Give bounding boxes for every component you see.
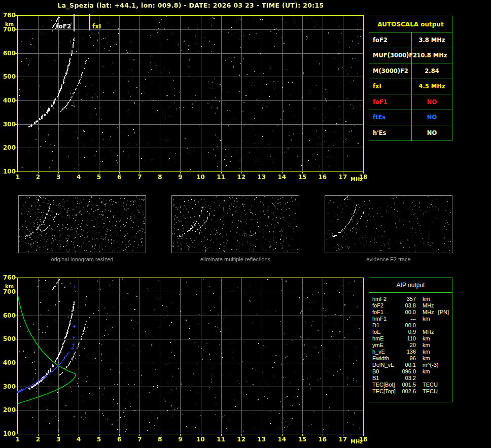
aip-param-label: B0: [369, 368, 401, 375]
aip-param-label: foF2: [369, 302, 401, 309]
aip-param-label: TEC[Top]: [369, 388, 401, 395]
table-row: DelN_vE00.1m^(-3): [369, 362, 452, 368]
parameter-label: ftEs: [369, 110, 412, 125]
x-tick-label: 5: [97, 436, 101, 442]
x-tick-label: 9: [178, 436, 182, 442]
aip-param-label: hmF2: [369, 296, 401, 302]
autoscala-output-table: AUTOSCALA output foF23.8 MHzMUF(3000)F21…: [369, 16, 452, 141]
fof2-marker-label: foF2: [55, 23, 71, 29]
aip-table-header: AIP output: [369, 278, 452, 293]
x-tick-label: 17: [339, 174, 347, 180]
panel-caption: original ionogram resized: [18, 256, 146, 262]
x-tick-label: 4: [77, 174, 81, 180]
x-axis-unit-label: MHz: [350, 439, 363, 444]
y-tick-label: 500: [1, 336, 16, 342]
table-row: ftEsNO: [369, 110, 452, 126]
x-tick-label: 10: [196, 174, 205, 180]
y-tick-label: 100: [1, 431, 16, 437]
aip-param-unit: TECU: [423, 382, 438, 388]
aip-param-value: 002.6: [401, 388, 416, 395]
panel-original-ionogram: [18, 195, 146, 253]
aip-param-label: h_vE: [369, 349, 401, 355]
x-tick-label: 8: [158, 436, 162, 442]
y-tick-label: 300: [1, 384, 16, 390]
aip-param-label: TEC[Bot]: [369, 382, 401, 388]
x-tick-label: 15: [298, 436, 306, 442]
aip-param-note: [PN]: [438, 309, 449, 316]
autoscala-window: La_Spezia (lat: +44.1, lon: 009.8) - DAT…: [0, 0, 491, 448]
aip-param-value: 03.2: [401, 375, 416, 382]
aip-output-table: AIP output hmF2357kmfoF203.8MHzfoF100.0M…: [369, 278, 452, 402]
y-axis-unit-label: km: [5, 284, 14, 289]
x-tick-label: 3: [56, 436, 60, 442]
aip-param-label: ymE: [369, 342, 401, 349]
table-row: B0096.0km: [369, 368, 452, 375]
aip-param-value: 00.0: [401, 309, 416, 316]
x-tick-label: 11: [217, 174, 225, 180]
y-tick-label: 500: [1, 74, 16, 80]
table-row: B103.2: [369, 375, 452, 382]
aip-param-unit: MHz: [423, 302, 434, 309]
autoscala-table-rows: foF23.8 MHzMUF(3000)F210.8 MHzM(3000)F22…: [369, 32, 452, 141]
x-tick-label: 16: [319, 174, 327, 180]
parameter-value: NO: [412, 98, 452, 106]
aip-param-value: 096.0: [401, 368, 416, 375]
aip-param-value: 357: [401, 296, 416, 302]
aip-param-label: B1: [369, 375, 401, 382]
parameter-value: 4.5 MHz: [412, 83, 452, 90]
x-tick-label: 12: [237, 174, 246, 180]
aip-param-unit: km: [423, 335, 430, 342]
y-axis-unit-label: km: [5, 22, 14, 27]
x-tick-label: 7: [137, 174, 142, 180]
y-tick-label: 760: [1, 12, 16, 18]
table-row: foF1NO: [369, 94, 452, 110]
aip-param-unit: km: [423, 296, 430, 302]
aip-param-label: foF1: [369, 309, 401, 316]
x-tick-label: 14: [277, 174, 286, 180]
table-row: Ewidth96km: [369, 355, 452, 362]
aip-param-unit: km: [423, 368, 430, 375]
x-tick-label: 8: [158, 174, 162, 180]
table-row: foF100.0MHz[PN]: [369, 309, 452, 316]
panel-caption: eliminate multiple reflections: [171, 256, 299, 262]
x-tick-label: 4: [77, 436, 81, 442]
x-tick-label: 1: [16, 174, 20, 180]
aip-param-label: DelN_vE: [369, 362, 401, 368]
table-row: h'EsNO: [369, 125, 452, 141]
aip-param-unit: km: [423, 349, 430, 355]
panel-eliminate-reflections: [171, 195, 299, 253]
aip-param-value: 001.5: [401, 382, 416, 388]
aip-param-label: Ewidth: [369, 355, 401, 362]
aip-param-value: 0.9: [401, 329, 416, 335]
aip-param-unit: m^(-3): [423, 362, 438, 368]
parameter-value: 10.8 MHz: [412, 52, 452, 59]
x-tick-label: 2: [36, 174, 40, 180]
y-tick-label: 100: [1, 168, 16, 175]
x-tick-label: 14: [277, 436, 286, 442]
x-tick-label: 1: [16, 436, 20, 442]
x-tick-label: 6: [117, 436, 121, 442]
x-tick-label: 5: [97, 174, 101, 180]
y-tick-label: 700: [1, 26, 16, 32]
aip-param-unit: MHz: [423, 309, 434, 316]
x-tick-label: 12: [237, 436, 246, 442]
y-tick-label: 600: [1, 50, 16, 56]
table-row: foE0.9MHz: [369, 329, 452, 335]
aip-param-value: 00.1: [401, 362, 416, 368]
x-tick-label: 3: [56, 174, 60, 180]
parameter-value: NO: [412, 129, 452, 136]
parameter-label: foF1: [369, 94, 412, 110]
aip-param-label: hmE: [369, 335, 401, 342]
x-tick-label: 17: [339, 436, 347, 442]
table-row: D100.0: [369, 322, 452, 329]
parameter-label: M(3000)F2: [369, 63, 412, 79]
aip-param-value: 110: [401, 335, 416, 342]
aip-param-label: D1: [369, 322, 401, 329]
table-row: ymE20km: [369, 342, 452, 349]
x-tick-label: 16: [319, 436, 327, 442]
aip-param-value: 136: [401, 349, 416, 355]
x-tick-label: 13: [257, 436, 266, 442]
parameter-value: 3.8 MHz: [412, 37, 452, 44]
aip-param-value: 96: [401, 355, 416, 362]
y-tick-label: 600: [1, 313, 16, 319]
